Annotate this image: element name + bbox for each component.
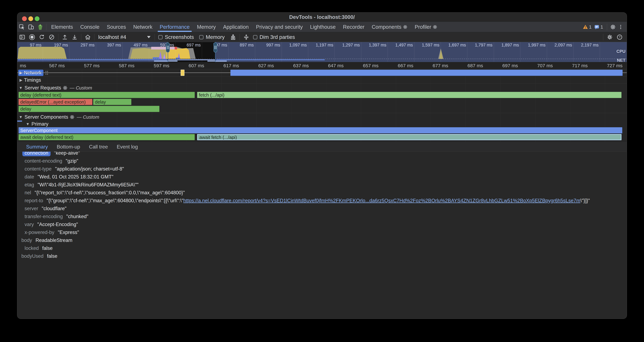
reload-and-record-icon[interactable] xyxy=(37,33,47,41)
tab-label: Privacy and security xyxy=(256,24,303,30)
span-delay-3[interactable]: delay xyxy=(18,106,160,112)
overview-tick-label: 1,397 ms xyxy=(369,43,388,48)
overview-gridline xyxy=(600,42,600,62)
upload-profile-icon[interactable] xyxy=(60,33,70,41)
extension-gem-icon[interactable] xyxy=(36,22,45,32)
ruler-tick-label: 617 ms xyxy=(224,63,239,68)
panel-tab-event-log[interactable]: Event log xyxy=(112,142,142,151)
ruler-tick-label: 687 ms xyxy=(468,63,483,68)
home-icon[interactable] xyxy=(83,33,93,41)
collect-garbage-icon[interactable] xyxy=(228,33,238,41)
detail-value: "W/\"4b1-RjEJloX9kRinu6F0MAZMmy6E5iA\"" xyxy=(38,182,138,187)
detail-value: "gzip" xyxy=(66,158,78,164)
chevron-down-icon xyxy=(147,36,150,38)
clear-icon[interactable] xyxy=(47,33,56,41)
tab-profiler[interactable]: Profiler xyxy=(411,22,441,32)
record-icon[interactable] xyxy=(27,33,37,41)
detail-row-bodyused: bodyUsedfalse xyxy=(17,252,627,260)
custom-suffix: — Custom xyxy=(70,85,92,91)
network-selected-request[interactable] xyxy=(181,70,184,76)
session-history-select[interactable]: localhost #4 xyxy=(96,34,153,40)
detail-row-x-powered-by: x-powered-by"Express" xyxy=(17,228,627,236)
tab-sources[interactable]: Sources xyxy=(103,22,130,32)
overview-tick-label: 1,597 ms xyxy=(422,43,441,48)
toggle-sidebar-icon[interactable] xyxy=(17,33,27,41)
span-await-fetch-api[interactable]: await fetch (.../api) xyxy=(197,134,622,140)
span-delay-deferred-text[interactable]: delay (deferred text) xyxy=(18,92,195,98)
panel-tab-bottom-up[interactable]: Bottom-up xyxy=(52,142,84,151)
tab-elements[interactable]: Elements xyxy=(48,22,77,32)
tab-label: Console xyxy=(80,24,100,30)
tab-performance[interactable]: Performance xyxy=(156,22,193,32)
overview-tick-label: 497 ms xyxy=(134,43,149,48)
devtools-tabs: ElementsConsoleSourcesNetworkPerformance… xyxy=(48,22,441,32)
overview-tick-label: 1,097 ms xyxy=(289,43,308,48)
issues-icon[interactable] xyxy=(594,24,600,30)
detail-key: transfer-encoding xyxy=(17,214,63,219)
report-to-url-link[interactable]: https://a.nel.cloudflare.com/report/v4?s… xyxy=(183,198,580,203)
overview-gridline xyxy=(334,42,335,62)
detail-row-etag: etag"W/\"4b1-RjEJloX9kRinu6F0MAZMmy6E5iA… xyxy=(17,181,627,189)
collapse-tracks-icon[interactable] xyxy=(241,33,251,41)
tab-network[interactable]: Network xyxy=(130,22,156,32)
span-fetch-api[interactable]: fetch (.../api) xyxy=(197,92,622,98)
detail-key: connection xyxy=(17,152,50,156)
help-icon[interactable]: ? xyxy=(615,33,624,41)
overview-gridline xyxy=(308,42,308,62)
panel-tab-summary[interactable]: Summary xyxy=(22,142,52,151)
span-await-delay-deferred-text[interactable]: await delay (deferred text) xyxy=(18,134,195,140)
panel-tab-call-tree[interactable]: Call tree xyxy=(84,142,112,151)
capture-settings-gear-icon[interactable] xyxy=(605,33,615,41)
detail-row-connection: connection"keep-alive" xyxy=(17,152,627,157)
tab-console[interactable]: Console xyxy=(77,22,103,32)
detail-value: "Wed, 01 Oct 2025 18:32:01 GMT" xyxy=(38,174,113,180)
ruler-tick-label: 597 ms xyxy=(154,63,169,68)
download-profile-icon[interactable] xyxy=(70,33,80,41)
network-request-bar[interactable] xyxy=(230,70,622,76)
flamechart-tracks[interactable]: ▶ Network ▶ Timings ▼ Server Requests — … xyxy=(17,69,627,142)
overview-tick-label: 397 ms xyxy=(107,43,122,48)
ruler-tick-label: 727 ms xyxy=(607,63,622,68)
selection-right-handle[interactable] xyxy=(214,42,217,53)
tab-privacy-and-security[interactable]: Privacy and security xyxy=(252,22,306,32)
ruler-tick-label: ms xyxy=(20,63,26,68)
span-delay-2[interactable]: delay xyxy=(93,99,131,105)
detail-row-report-to: report-to"{\"group\":\"cf-nel\",\"max_ag… xyxy=(17,197,627,205)
overview-tick-label: 1,997 ms xyxy=(528,43,547,48)
tab-lighthouse[interactable]: Lighthouse xyxy=(306,22,339,32)
detail-value: false xyxy=(42,245,52,251)
span-server-component[interactable]: ServerComponent xyxy=(18,127,622,133)
warning-icon[interactable] xyxy=(583,24,588,30)
settings-gear-icon[interactable] xyxy=(608,22,618,32)
selection-left-handle[interactable] xyxy=(166,42,170,53)
tab-label: Lighthouse xyxy=(310,24,336,30)
memory-checkbox[interactable]: Memory xyxy=(199,34,224,40)
timeline-overview[interactable]: 97 ms197 ms297 ms397 ms497 ms597 ms697 m… xyxy=(17,42,627,62)
track-server-components[interactable]: ▼ Server Components — Custom xyxy=(17,114,627,121)
ruler-tick-label: 657 ms xyxy=(363,63,378,68)
track-primary[interactable]: ▼ Primary xyxy=(17,121,627,127)
device-toolbar-icon[interactable] xyxy=(26,22,36,32)
screenshots-checkbox[interactable]: Screenshots xyxy=(158,34,194,40)
detail-value: false xyxy=(47,253,57,259)
tab-components[interactable]: Components xyxy=(368,22,411,32)
tab-memory[interactable]: Memory xyxy=(193,22,220,32)
dim-3rd-parties-checkbox[interactable]: Dim 3rd parties xyxy=(253,34,295,40)
tab-application[interactable]: Application xyxy=(220,22,252,32)
more-options-kebab-icon[interactable] xyxy=(618,22,624,32)
performance-toolbar: localhost #4 Screenshots Memory Dim 3rd … xyxy=(17,32,627,42)
triangle-right-icon: ▶ xyxy=(20,78,22,82)
inspect-element-icon[interactable] xyxy=(17,22,26,32)
ruler-tick-label: 637 ms xyxy=(293,63,309,68)
detail-value: "Express" xyxy=(58,229,79,235)
span-delayed-error[interactable]: delayedError (...ayed exception) xyxy=(18,99,92,105)
track-timings[interactable]: ▶ Timings xyxy=(17,77,627,84)
triangle-down-icon: ▼ xyxy=(26,122,30,126)
tab-recorder[interactable]: Recorder xyxy=(339,22,368,32)
ruler-tick-label: 647 ms xyxy=(328,63,344,68)
detail-key: body xyxy=(17,237,32,243)
track-server-requests[interactable]: ▼ Server Requests — Custom xyxy=(17,84,627,91)
react-atom-icon xyxy=(403,25,408,29)
toolbar-separator xyxy=(240,34,240,41)
overview-gridline xyxy=(573,42,574,62)
